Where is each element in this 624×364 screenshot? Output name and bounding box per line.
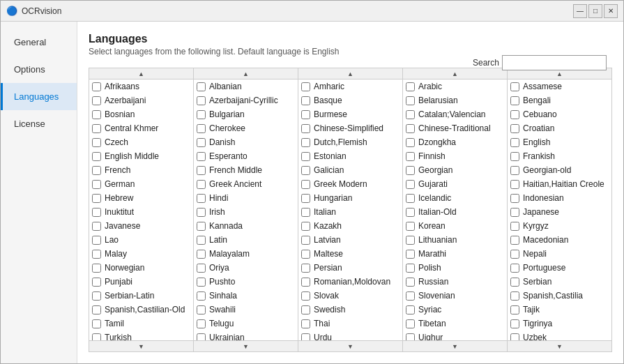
list-item[interactable]: Czech [89,135,193,149]
language-checkbox[interactable] [406,291,415,301]
list-item[interactable]: Polish [403,261,507,275]
list-item[interactable]: Lithuanian [403,233,507,247]
language-checkbox[interactable] [301,278,310,287]
list-item[interactable]: Burmese [298,107,402,121]
language-checkbox[interactable] [197,124,206,133]
list-item[interactable]: Portuguese [508,261,611,275]
language-checkbox[interactable] [406,194,415,203]
list-item[interactable]: Slovenian [403,289,507,303]
list-item[interactable]: Serbian [508,275,611,289]
language-checkbox[interactable] [301,291,310,301]
language-checkbox[interactable] [301,264,310,273]
language-checkbox[interactable] [406,278,415,287]
language-checkbox[interactable] [406,124,415,133]
list-item[interactable]: Oriya [194,261,298,275]
language-checkbox[interactable] [92,138,101,147]
list-item[interactable]: French [89,163,193,177]
list-item[interactable]: Galician [298,163,402,177]
language-checkbox[interactable] [406,250,415,259]
list-item[interactable]: Croatian [508,121,611,135]
language-checkbox[interactable] [301,180,310,189]
list-item[interactable]: Spanish,Castilian-Old [89,303,193,317]
language-checkbox[interactable] [406,96,415,105]
language-checkbox[interactable] [92,96,101,105]
scroll-up-arrow[interactable]: ▲ [194,68,298,79]
language-checkbox[interactable] [406,333,415,341]
sidebar-item-license[interactable]: License [1,110,77,137]
language-checkbox[interactable] [301,236,310,245]
list-item[interactable]: Spanish,Castilia [508,289,611,303]
language-checkbox[interactable] [197,236,206,245]
language-checkbox[interactable] [510,208,519,217]
list-item[interactable]: Azerbaijani [89,93,193,107]
list-item[interactable]: Italian-Old [403,205,507,219]
sidebar-item-general[interactable]: General [1,29,77,56]
language-checkbox[interactable] [406,180,415,189]
language-checkbox[interactable] [406,110,415,119]
list-item[interactable]: Kazakh [298,219,402,233]
language-checkbox[interactable] [406,166,415,175]
list-item[interactable]: Norwegian [89,261,193,275]
list-item[interactable]: Georgian-old [508,163,611,177]
list-item[interactable]: Georgian [403,163,507,177]
language-checkbox[interactable] [510,124,519,133]
language-checkbox[interactable] [92,278,101,287]
language-checkbox[interactable] [92,110,101,119]
language-checkbox[interactable] [510,194,519,203]
language-checkbox[interactable] [510,305,519,314]
language-checkbox[interactable] [92,180,101,189]
language-checkbox[interactable] [197,82,206,91]
sidebar-item-languages[interactable]: Languages [1,83,77,110]
language-checkbox[interactable] [406,264,415,273]
scroll-down-arrow[interactable]: ▼ [298,340,402,351]
language-checkbox[interactable] [197,152,206,161]
list-item[interactable]: Turkish [89,331,193,340]
list-item[interactable]: Basque [298,93,402,107]
language-checkbox[interactable] [406,82,415,91]
list-item[interactable]: Indonesian [508,191,611,205]
language-checkbox[interactable] [301,319,310,328]
list-item[interactable]: Greek Modern [298,177,402,191]
list-item[interactable]: Central Khmer [89,121,193,135]
list-item[interactable]: English [508,135,611,149]
list-item[interactable]: Tibetan [403,317,507,331]
language-checkbox[interactable] [301,96,310,105]
list-item[interactable]: Swahili [194,303,298,317]
language-checkbox[interactable] [92,291,101,301]
list-item[interactable]: Persian [298,261,402,275]
language-checkbox[interactable] [301,138,310,147]
language-checkbox[interactable] [92,319,101,328]
language-checkbox[interactable] [301,250,310,259]
language-checkbox[interactable] [197,264,206,273]
search-input[interactable] [502,55,607,70]
list-item[interactable]: Hindi [194,191,298,205]
list-item[interactable]: Bengali [508,93,611,107]
list-item[interactable]: German [89,177,193,191]
list-item[interactable]: Bulgarian [194,107,298,121]
list-item[interactable]: Sinhala [194,289,298,303]
language-checkbox[interactable] [92,333,101,341]
language-checkbox[interactable] [301,124,310,133]
scroll-up-arrow[interactable]: ▲ [298,68,402,79]
language-checkbox[interactable] [406,138,415,147]
list-item[interactable]: Malayalam [194,247,298,261]
scroll-down-arrow[interactable]: ▼ [403,340,507,351]
language-checkbox[interactable] [510,152,519,161]
language-checkbox[interactable] [92,236,101,245]
language-checkbox[interactable] [92,82,101,91]
list-item[interactable]: Assamese [508,79,611,93]
list-item[interactable]: Thai [298,317,402,331]
list-item[interactable]: Uighur [403,331,507,340]
list-item[interactable]: Tigrinya [508,317,611,331]
language-checkbox[interactable] [406,319,415,328]
list-item[interactable]: Icelandic [403,191,507,205]
list-item[interactable]: Finnish [403,149,507,163]
language-checkbox[interactable] [92,124,101,133]
list-item[interactable]: Hebrew [89,191,193,205]
language-checkbox[interactable] [92,222,101,231]
list-item[interactable]: Tamil [89,317,193,331]
list-item[interactable]: Latin [194,233,298,247]
list-item[interactable]: Dzongkha [403,135,507,149]
list-item[interactable]: Arabic [403,79,507,93]
language-checkbox[interactable] [406,222,415,231]
